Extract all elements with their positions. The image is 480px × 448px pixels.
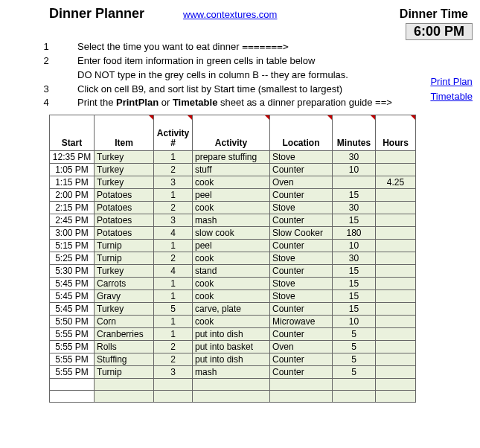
cell-activity[interactable]: mash bbox=[193, 214, 270, 227]
site-link[interactable]: www.contextures.com bbox=[183, 9, 400, 20]
cell-activity-num[interactable]: 1 bbox=[154, 278, 193, 290]
col-location[interactable]: Location bbox=[270, 115, 333, 151]
cell-activity[interactable]: prepare stuffing bbox=[193, 151, 270, 164]
cell-minutes[interactable]: 10 bbox=[333, 316, 376, 328]
cell-item[interactable]: Turkey bbox=[95, 265, 154, 278]
cell-minutes[interactable]: 5 bbox=[333, 328, 376, 341]
cell-activity-num[interactable]: 1 bbox=[154, 240, 193, 252]
cell-activity-num[interactable]: 2 bbox=[154, 341, 193, 353]
cell-minutes[interactable]: 30 bbox=[333, 252, 376, 265]
cell-activity[interactable]: peel bbox=[193, 189, 270, 202]
cell-location[interactable]: Counter bbox=[270, 353, 333, 366]
cell-activity-num[interactable]: 1 bbox=[154, 290, 193, 303]
cell-hours[interactable]: 4.25 bbox=[376, 176, 416, 189]
cell-activity[interactable]: mash bbox=[193, 366, 270, 379]
cell-item[interactable]: Stuffing bbox=[95, 353, 154, 366]
cell-location[interactable]: Counter bbox=[270, 303, 333, 316]
cell-activity[interactable]: stuff bbox=[193, 164, 270, 176]
print-plan-link[interactable]: Print Plan bbox=[430, 74, 473, 89]
cell-hours[interactable] bbox=[376, 328, 416, 341]
cell-hours[interactable] bbox=[376, 214, 416, 227]
cell-activity-num[interactable]: 3 bbox=[154, 214, 193, 227]
cell-minutes[interactable]: 15 bbox=[333, 214, 376, 227]
cell-hours[interactable] bbox=[376, 278, 416, 290]
cell-blank[interactable] bbox=[154, 391, 193, 403]
cell-activity[interactable]: cook bbox=[193, 252, 270, 265]
cell-item[interactable]: Potatoes bbox=[95, 214, 154, 227]
cell-activity-num[interactable]: 1 bbox=[154, 316, 193, 328]
col-start[interactable]: Start bbox=[50, 115, 95, 151]
cell-item[interactable]: Turkey bbox=[95, 176, 154, 189]
cell-blank[interactable] bbox=[376, 391, 416, 403]
cell-location[interactable]: Counter bbox=[270, 328, 333, 341]
cell-hours[interactable] bbox=[376, 290, 416, 303]
cell-hours[interactable] bbox=[376, 151, 416, 164]
cell-activity[interactable]: cook bbox=[193, 316, 270, 328]
cell-location[interactable]: Stove bbox=[270, 151, 333, 164]
cell-minutes[interactable]: 5 bbox=[333, 366, 376, 379]
cell-activity-num[interactable]: 4 bbox=[154, 227, 193, 240]
cell-item[interactable]: Turnip bbox=[95, 252, 154, 265]
cell-minutes[interactable]: 15 bbox=[333, 303, 376, 316]
cell-item[interactable]: Potatoes bbox=[95, 202, 154, 214]
cell-item[interactable]: Gravy bbox=[95, 290, 154, 303]
cell-hours[interactable] bbox=[376, 303, 416, 316]
cell-location[interactable]: Oven bbox=[270, 176, 333, 189]
cell-blank[interactable] bbox=[333, 391, 376, 403]
col-activity[interactable]: Activity bbox=[193, 115, 270, 151]
cell-activity[interactable]: cook bbox=[193, 278, 270, 290]
cell-activity[interactable]: cook bbox=[193, 176, 270, 189]
col-minutes[interactable]: Minutes bbox=[333, 115, 376, 151]
cell-minutes[interactable]: 15 bbox=[333, 290, 376, 303]
cell-activity-num[interactable]: 2 bbox=[154, 202, 193, 214]
cell-hours[interactable] bbox=[376, 164, 416, 176]
cell-minutes[interactable]: 5 bbox=[333, 341, 376, 353]
cell-minutes[interactable]: 15 bbox=[333, 278, 376, 290]
cell-hours[interactable] bbox=[376, 227, 416, 240]
cell-location[interactable]: Counter bbox=[270, 164, 333, 176]
timetable-link[interactable]: Timetable bbox=[430, 89, 473, 104]
cell-blank[interactable] bbox=[95, 379, 154, 391]
cell-item[interactable]: Turnip bbox=[95, 366, 154, 379]
cell-activity-num[interactable]: 2 bbox=[154, 164, 193, 176]
cell-blank[interactable] bbox=[376, 379, 416, 391]
cell-location[interactable]: Stove bbox=[270, 202, 333, 214]
cell-blank[interactable] bbox=[193, 379, 270, 391]
cell-activity-num[interactable]: 1 bbox=[154, 189, 193, 202]
cell-minutes[interactable]: 180 bbox=[333, 227, 376, 240]
col-item[interactable]: Item bbox=[95, 115, 154, 151]
cell-blank[interactable] bbox=[154, 379, 193, 391]
cell-location[interactable]: Counter bbox=[270, 366, 333, 379]
cell-item[interactable]: Carrots bbox=[95, 278, 154, 290]
cell-location[interactable]: Stove bbox=[270, 290, 333, 303]
cell-blank[interactable] bbox=[50, 391, 95, 403]
cell-blank[interactable] bbox=[50, 379, 95, 391]
cell-item[interactable]: Turnip bbox=[95, 240, 154, 252]
cell-minutes[interactable]: 15 bbox=[333, 265, 376, 278]
cell-minutes[interactable] bbox=[333, 176, 376, 189]
cell-activity-num[interactable]: 5 bbox=[154, 303, 193, 316]
cell-hours[interactable] bbox=[376, 265, 416, 278]
dinner-time-value[interactable]: 6:00 PM bbox=[406, 23, 473, 40]
cell-location[interactable]: Stove bbox=[270, 252, 333, 265]
cell-blank[interactable] bbox=[95, 391, 154, 403]
cell-minutes[interactable]: 30 bbox=[333, 151, 376, 164]
cell-blank[interactable] bbox=[270, 379, 333, 391]
cell-minutes[interactable]: 10 bbox=[333, 164, 376, 176]
cell-hours[interactable] bbox=[376, 240, 416, 252]
cell-item[interactable]: Turkey bbox=[95, 151, 154, 164]
cell-hours[interactable] bbox=[376, 353, 416, 366]
cell-hours[interactable] bbox=[376, 366, 416, 379]
cell-activity[interactable]: stand bbox=[193, 265, 270, 278]
cell-location[interactable]: Microwave bbox=[270, 316, 333, 328]
cell-item[interactable]: Turkey bbox=[95, 164, 154, 176]
cell-activity[interactable]: put into basket bbox=[193, 341, 270, 353]
cell-hours[interactable] bbox=[376, 341, 416, 353]
cell-item[interactable]: Turkey bbox=[95, 303, 154, 316]
cell-minutes[interactable]: 10 bbox=[333, 240, 376, 252]
col-activity-num[interactable]: Activity # bbox=[154, 115, 193, 151]
cell-activity[interactable]: put into dish bbox=[193, 353, 270, 366]
cell-activity-num[interactable]: 4 bbox=[154, 265, 193, 278]
cell-location[interactable]: Counter bbox=[270, 189, 333, 202]
cell-location[interactable]: Slow Cooker bbox=[270, 227, 333, 240]
